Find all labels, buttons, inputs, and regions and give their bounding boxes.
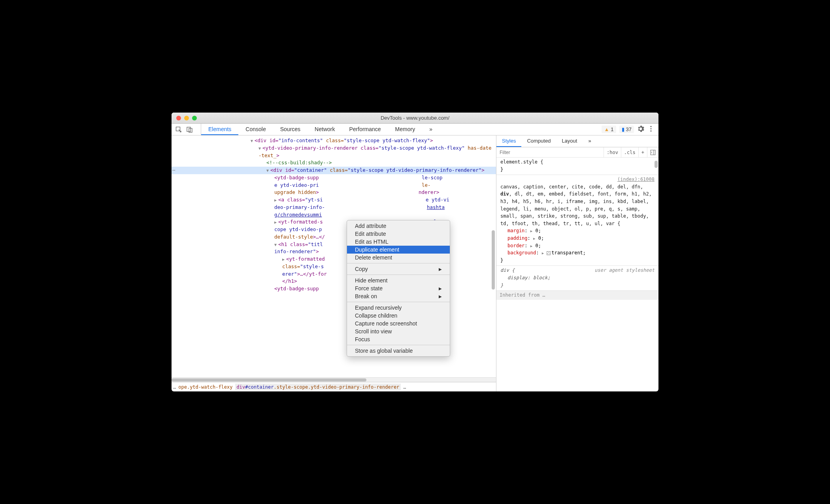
horizontal-scrollbar[interactable] [172, 377, 496, 382]
inspect-icon[interactable] [175, 126, 182, 133]
tab-memory[interactable]: Memory [388, 124, 423, 135]
vertical-scrollbar[interactable] [655, 161, 658, 168]
breadcrumb: … ope.ytd-watch-flexy div#container.styl… [172, 382, 496, 391]
toolbar-left-icons [175, 124, 201, 135]
chevron-right-icon: ▶ [439, 267, 442, 271]
kebab-icon[interactable] [647, 125, 655, 134]
toolbar-tabs: Elements Console Sources Network Perform… [201, 124, 602, 135]
styles-tab-styles[interactable]: Styles [496, 135, 521, 147]
warnings-count: 1 [611, 126, 613, 132]
menu-hide-element[interactable]: Hide element [347, 276, 450, 284]
menu-expand-recursively[interactable]: Expand recursively [347, 304, 450, 312]
tab-console[interactable]: Console [238, 124, 273, 135]
dom-line[interactable]: ▼<div id="info-contents" class="style-sc… [172, 137, 496, 145]
menu-break-on[interactable]: Break on▶ [347, 292, 450, 300]
dom-line[interactable]: ▶<a class="yt-sie ytd-video-primary-info… [172, 196, 496, 218]
menu-divider [347, 263, 450, 263]
menu-copy[interactable]: Copy▶ [347, 265, 450, 273]
tab-performance[interactable]: Performance [342, 124, 388, 135]
chevron-right-icon: ▶ [439, 294, 442, 299]
style-rule[interactable]: (index):61008 canvas, caption, center, c… [496, 175, 658, 266]
cls-toggle[interactable]: .cls [621, 147, 638, 157]
menu-add-attribute[interactable]: Add attribute [347, 222, 450, 230]
menu-divider [347, 302, 450, 302]
message-icon: ▮ [622, 126, 624, 132]
menu-capture-screenshot[interactable]: Capture node screenshot [347, 320, 450, 327]
styles-tab-computed[interactable]: Computed [521, 135, 556, 147]
messages-count: 37 [626, 126, 632, 132]
inherited-header: Inherited from … [496, 291, 658, 300]
menu-edit-as-html[interactable]: Edit as HTML [347, 238, 450, 246]
scrollbar-thumb[interactable] [172, 378, 366, 382]
menu-focus[interactable]: Focus [347, 335, 450, 343]
hov-toggle[interactable]: :hov [604, 147, 621, 157]
css-prop[interactable]: background: ▶ transparent; [500, 249, 655, 257]
selector: canvas, caption, center, cite, code, dd,… [500, 183, 655, 228]
breadcrumb-item-active[interactable]: div#container.style-scope.ytd-video-prim… [235, 384, 401, 391]
menu-scroll-into-view[interactable]: Scroll into view [347, 327, 450, 335]
menu-edit-attribute[interactable]: Edit attribute [347, 230, 450, 238]
selector: element.style { [500, 158, 655, 166]
style-rule-element[interactable]: element.style { } [496, 158, 658, 175]
selector: div { [500, 267, 515, 274]
menu-duplicate-element[interactable]: Duplicate element [347, 246, 450, 254]
breadcrumb-item[interactable]: ope.ytd-watch-flexy [178, 384, 232, 390]
menu-collapse-children[interactable]: Collapse children [347, 312, 450, 320]
new-rule-button[interactable]: + [638, 147, 647, 157]
breadcrumb-ellipsis[interactable]: … [403, 384, 406, 390]
devtools-window: DevTools - www.youtube.com/ Elements Con… [172, 113, 658, 391]
css-prop[interactable]: padding: ▶ 0; [500, 235, 655, 242]
dom-line-selected[interactable]: ⋯ ▼<div id="container" class="style-scop… [172, 167, 496, 174]
tab-network[interactable]: Network [307, 124, 342, 135]
css-prop[interactable]: margin: ▶ 0; [500, 227, 655, 235]
context-menu: Add attribute Edit attribute Edit as HTM… [347, 220, 450, 357]
window-title: DevTools - www.youtube.com/ [172, 115, 658, 121]
tab-more[interactable]: » [422, 124, 440, 135]
css-prop[interactable]: border: ▶ 0; [500, 242, 655, 250]
menu-delete-element[interactable]: Delete element [347, 254, 450, 261]
vertical-scrollbar[interactable] [492, 207, 496, 325]
gutter-ellipsis: ⋯ [172, 167, 175, 174]
dom-line[interactable]: <!--css-build:shady--> [172, 159, 496, 167]
breadcrumb-ellipsis[interactable]: … [173, 384, 176, 390]
svg-point-5 [650, 130, 651, 132]
styles-tab-layout[interactable]: Layout [556, 135, 583, 147]
styles-tabs: Styles Computed Layout » [496, 135, 658, 147]
menu-force-state[interactable]: Force state▶ [347, 284, 450, 292]
warnings-badge[interactable]: ▲ 1 [602, 126, 616, 133]
svg-point-4 [650, 128, 651, 129]
styles-filter-row: :hov .cls + [496, 147, 658, 158]
dom-line[interactable]: <ytd-badge-supple-scope ytd-video-prile-… [172, 174, 496, 196]
tab-sources[interactable]: Sources [273, 124, 307, 135]
styles-panel: Styles Computed Layout » :hov .cls + ele… [496, 135, 658, 391]
menu-store-global[interactable]: Store as global variable [347, 347, 450, 355]
menu-divider [347, 275, 450, 275]
source-link[interactable]: (index):61008 [617, 176, 655, 183]
tab-elements[interactable]: Elements [201, 124, 238, 135]
css-prop[interactable]: display: block; [500, 274, 655, 282]
device-toggle-icon[interactable] [187, 126, 193, 133]
toolbar-right: ▲ 1 ▮ 37 [602, 125, 655, 134]
styles-body[interactable]: element.style { } (index):61008 canvas, … [496, 158, 658, 391]
brace-close: } [500, 166, 655, 173]
style-rule-ua[interactable]: div { user agent stylesheet display: blo… [496, 266, 658, 291]
scrollbar-thumb[interactable] [492, 230, 495, 290]
gear-icon[interactable] [637, 125, 644, 134]
menu-divider [347, 345, 450, 345]
brace-close: } [500, 257, 655, 264]
warning-icon: ▲ [604, 126, 609, 132]
toolbar: Elements Console Sources Network Perform… [172, 124, 658, 135]
main-content: ▼<div id="info-contents" class="style-sc… [172, 135, 658, 391]
color-swatch-icon[interactable] [547, 251, 551, 255]
brace-close: } [500, 282, 655, 289]
ua-label: user agent stylesheet [594, 267, 655, 274]
svg-point-3 [650, 126, 651, 127]
titlebar: DevTools - www.youtube.com/ [172, 113, 658, 124]
styles-tab-more[interactable]: » [583, 135, 596, 147]
filter-input[interactable] [496, 150, 604, 155]
dom-line[interactable]: ▼<ytd-video-primary-info-renderer class=… [172, 145, 496, 160]
messages-badge[interactable]: ▮ 37 [619, 126, 634, 133]
sidebar-toggle-icon[interactable] [647, 147, 658, 157]
chevron-right-icon: ▶ [439, 286, 442, 291]
